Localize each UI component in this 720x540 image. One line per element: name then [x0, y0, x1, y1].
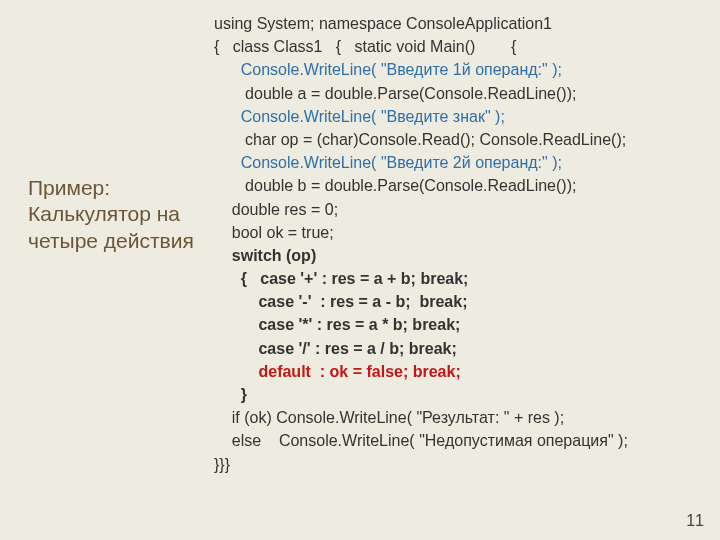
code-block: using System; namespace ConsoleApplicati…: [214, 12, 709, 476]
code-line: { case '+' : res = a + b; break;: [214, 270, 468, 287]
code-line: double res = 0;: [214, 201, 338, 218]
slide-title: Пример: Калькулятор на четыре действия: [28, 175, 198, 254]
code-line: if (ok) Console.WriteLine( "Результат: "…: [214, 409, 564, 426]
page-number: 11: [686, 512, 704, 530]
code-line: Console.WriteLine( "Введите 1й операнд:"…: [214, 61, 562, 78]
code-line: default : ok = false; break;: [214, 363, 461, 380]
code-line: case '-' : res = a - b; break;: [214, 293, 467, 310]
code-line: double b = double.Parse(Console.ReadLine…: [214, 177, 576, 194]
code-line: using System; namespace ConsoleApplicati…: [214, 15, 552, 32]
code-line: Console.WriteLine( "Введите 2й операнд:"…: [214, 154, 562, 171]
code-line: { class Class1 { static void Main() {: [214, 38, 516, 55]
code-line: }: [214, 386, 247, 403]
code-line: Console.WriteLine( "Введите знак" );: [214, 108, 505, 125]
code-line: char op = (char)Console.Read(); Console.…: [214, 131, 626, 148]
code-line: double a = double.Parse(Console.ReadLine…: [214, 85, 576, 102]
code-line: case '/' : res = a / b; break;: [214, 340, 457, 357]
code-line: else Console.WriteLine( "Недопустимая оп…: [214, 432, 628, 449]
code-line: case '*' : res = a * b; break;: [214, 316, 460, 333]
code-line: bool ok = true;: [214, 224, 334, 241]
slide: Пример: Калькулятор на четыре действия u…: [0, 0, 720, 540]
code-line: }}}: [214, 456, 230, 473]
code-line: switch (op): [214, 247, 316, 264]
